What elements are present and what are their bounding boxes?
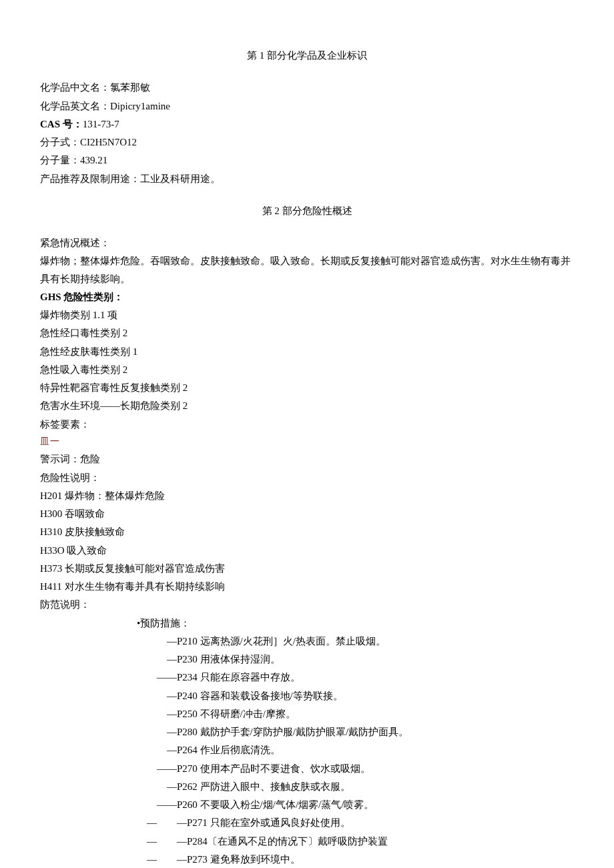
- p-text-6: P264 作业后彻底清洗。: [177, 745, 280, 755]
- prevention-1: —P230 用液体保持湿润。: [40, 650, 574, 668]
- p-text-12: P273 避免释放到环境中。: [187, 854, 300, 865]
- label-elements: 标签要素：: [40, 416, 574, 433]
- value-name-en: Dipicry1amine: [110, 101, 170, 111]
- ghs-cat-0: 爆炸物类别 1.1 项: [40, 306, 574, 324]
- hazard-0: H201 爆炸物：整体爆炸危险: [40, 487, 574, 504]
- prevention-7: ——P270 使用本产品时不要进食、饮水或吸烟。: [40, 760, 574, 777]
- hazard-5: H411 对水生生物有毒并具有长期持续影响: [40, 578, 574, 595]
- label-mw: 分子量：: [40, 155, 80, 165]
- ghs-cat-2: 急性经皮肤毒性类别 1: [40, 343, 574, 360]
- p-text-0: P210 远离热源/火花刑］火/热表面。禁止吸烟。: [177, 636, 386, 646]
- field-cas: CAS 号：131-73-7: [40, 115, 574, 133]
- section2-title: 第 2 部分危险性概述: [40, 202, 574, 220]
- p-prefix-12: — —: [147, 854, 187, 865]
- ghs-cat-4: 特异性靶器官毒性反复接触类别 2: [40, 379, 574, 396]
- p-text-7: P270 使用本产品时不要进食、饮水或吸烟。: [177, 763, 370, 774]
- p-prefix-0: —: [167, 636, 177, 646]
- p-text-3: P240 容器和装载设备接地/等势联接。: [177, 691, 343, 701]
- prevention-12: — —P273 避免释放到环境中。: [40, 851, 574, 868]
- p-prefix-5: —: [167, 727, 177, 737]
- hazard-3: H33O 吸入致命: [40, 542, 574, 559]
- label-cas: CAS 号：: [40, 119, 83, 129]
- pictogram-placeholder: 皿一: [40, 434, 574, 450]
- p-text-10: P271 只能在室外或通风良好处使用。: [187, 817, 350, 828]
- prevention-label: •预防措施：: [40, 614, 574, 632]
- field-name-cn: 化学品中文名：氯苯那敏: [40, 79, 574, 96]
- hazard-1: H300 吞咽致命: [40, 505, 574, 522]
- prevention-5: —P280 戴防护手套/穿防护服/戴防护眼罩/戴防护面具。: [40, 723, 574, 741]
- p-text-5: P280 戴防护手套/穿防护服/戴防护眼罩/戴防护面具。: [177, 727, 408, 737]
- precaution-label: 防范说明：: [40, 596, 574, 613]
- value-use: 工业及科研用途。: [140, 173, 220, 184]
- section1-title: 第 1 部分化学品及企业标识: [40, 47, 574, 64]
- prevention-10: — —P271 只能在室外或通风良好处使用。: [40, 814, 574, 831]
- signal-word-label: 警示词：: [40, 454, 80, 464]
- label-name-en: 化学品英文名：: [40, 101, 110, 111]
- p-prefix-2: ——: [157, 672, 177, 683]
- p-text-9: P260 不要吸入粉尘/烟/气体/烟雾/蒸气/喷雾。: [177, 799, 374, 810]
- prevention-2: ——P234 只能在原容器中存放。: [40, 669, 574, 686]
- emergency-text: 爆炸物；整体爆炸危险。吞咽致命。皮肤接触致命。吸入致命。长期或反复接触可能对器官…: [40, 252, 574, 288]
- value-cas: 131-73-7: [83, 119, 119, 129]
- label-use: 产品推荐及限制用途：: [40, 173, 140, 184]
- p-text-4: P250 不得研磨/冲击/摩擦。: [177, 709, 296, 719]
- field-name-en: 化学品英文名：Dipicry1amine: [40, 97, 574, 115]
- p-text-11: P284〔在通风不足的情况下〕戴呼吸防护装置: [187, 836, 388, 847]
- p-text-1: P230 用液体保持湿润。: [177, 654, 280, 665]
- label-formula: 分子式：: [40, 137, 80, 147]
- p-prefix-9: ——: [157, 799, 177, 810]
- p-prefix-7: ——: [157, 763, 177, 774]
- value-name-cn: 氯苯那敏: [110, 82, 150, 93]
- p-text-2: P234 只能在原容器中存放。: [177, 672, 300, 683]
- p-prefix-3: —: [167, 691, 177, 701]
- ghs-label: GHS 危险性类别：: [40, 288, 574, 306]
- hazard-4: H373 长期或反复接触可能对器官造成伤害: [40, 560, 574, 577]
- label-name-cn: 化学品中文名：: [40, 82, 110, 93]
- ghs-cat-3: 急性吸入毒性类别 2: [40, 361, 574, 378]
- hazard-2: H310 皮肤接触致命: [40, 523, 574, 540]
- field-formula: 分子式：CI2H5N7O12: [40, 133, 574, 151]
- emergency-label: 紧急情况概述：: [40, 234, 574, 252]
- p-text-8: P262 严防进入眼中、接触皮肤或衣服。: [177, 781, 350, 792]
- p-prefix-4: —: [167, 709, 177, 719]
- prevention-9: ——P260 不要吸入粉尘/烟/气体/烟雾/蒸气/喷雾。: [40, 796, 574, 813]
- value-formula: CI2H5N7O12: [80, 137, 137, 147]
- p-prefix-8: —: [167, 781, 177, 792]
- signal-word-value: 危险: [80, 454, 100, 464]
- prevention-8: —P262 严防进入眼中、接触皮肤或衣服。: [40, 778, 574, 795]
- prevention-3: —P240 容器和装载设备接地/等势联接。: [40, 687, 574, 705]
- prevention-0: —P210 远离热源/火花刑］火/热表面。禁止吸烟。: [40, 632, 574, 650]
- signal-word: 警示词：危险: [40, 450, 574, 468]
- value-mw: 439.21: [80, 155, 107, 165]
- prevention-4: —P250 不得研磨/冲击/摩擦。: [40, 705, 574, 723]
- field-use: 产品推荐及限制用途：工业及科研用途。: [40, 170, 574, 187]
- ghs-cat-5: 危害水生环境——长期危险类别 2: [40, 397, 574, 414]
- p-prefix-10: — —: [147, 817, 187, 828]
- ghs-cat-1: 急性经口毒性类别 2: [40, 324, 574, 342]
- hazard-label: 危险性说明：: [40, 469, 574, 486]
- field-mw: 分子量：439.21: [40, 151, 574, 169]
- p-prefix-11: — —: [147, 836, 187, 847]
- prevention-6: —P264 作业后彻底清洗。: [40, 741, 574, 759]
- prevention-11: — —P284〔在通风不足的情况下〕戴呼吸防护装置: [40, 833, 574, 850]
- p-prefix-6: —: [167, 745, 177, 755]
- p-prefix-1: —: [167, 654, 177, 665]
